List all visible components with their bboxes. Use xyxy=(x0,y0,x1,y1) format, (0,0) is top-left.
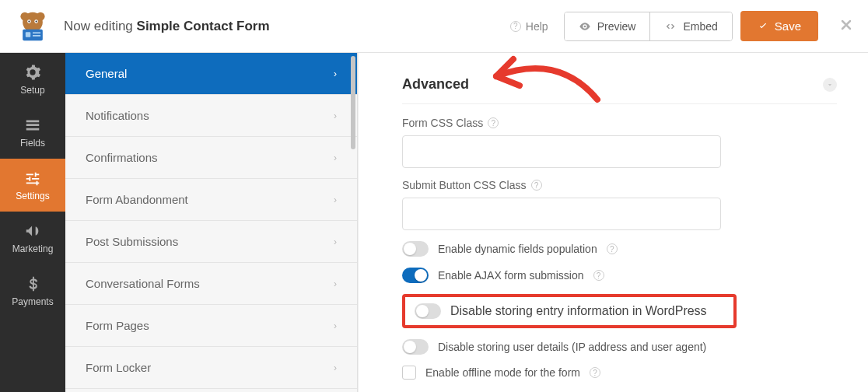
submenu-form-locker[interactable]: Form Locker › xyxy=(65,347,357,389)
top-actions: ? Help Preview Embed Save xyxy=(502,11,854,41)
help-link[interactable]: ? Help xyxy=(502,14,556,39)
nav-setup[interactable]: Setup xyxy=(0,53,65,106)
submenu-general[interactable]: General › xyxy=(65,53,357,95)
bullhorn-icon xyxy=(24,222,41,240)
workspace: Setup Fields Settings Marketing Payments… xyxy=(0,53,868,392)
nav-fields-label: Fields xyxy=(20,138,45,149)
nav-payments[interactable]: Payments xyxy=(0,264,65,317)
chevron-right-icon: › xyxy=(334,152,337,163)
section-header[interactable]: Advanced xyxy=(402,76,837,104)
highlight-disable-storing: Disable storing entry information in Wor… xyxy=(402,294,737,328)
toggle-disable-user[interactable] xyxy=(402,339,429,355)
page-title: Now editing Simple Contact Form xyxy=(64,19,502,34)
submenu-notifications[interactable]: Notifications › xyxy=(65,95,357,137)
chevron-right-icon: › xyxy=(334,194,337,205)
chevron-down-icon xyxy=(826,81,834,89)
chevron-right-icon: › xyxy=(334,236,337,247)
check-icon xyxy=(758,21,768,32)
chevron-right-icon: › xyxy=(334,362,337,373)
gear-icon xyxy=(24,64,41,81)
submenu-confirmations[interactable]: Confirmations › xyxy=(65,137,357,179)
preview-label: Preview xyxy=(597,20,636,33)
section-title: Advanced xyxy=(402,76,469,93)
collapse-icon[interactable] xyxy=(823,78,837,92)
submenu-abandonment[interactable]: Form Abandonment › xyxy=(65,179,357,221)
submenu-scrollbar[interactable] xyxy=(351,56,355,149)
main-panel: Advanced Form CSS Class ? Submit Button … xyxy=(358,53,868,392)
embed-button[interactable]: Embed xyxy=(649,12,731,40)
toggle-disable-user-row: Disable storing user details (IP address… xyxy=(402,339,837,355)
editing-prefix: Now editing xyxy=(64,19,137,33)
help-icon: ? xyxy=(510,21,521,32)
help-icon[interactable]: ? xyxy=(590,367,600,378)
svg-point-5 xyxy=(28,20,30,22)
chevron-right-icon: › xyxy=(334,68,337,79)
nav-settings-label: Settings xyxy=(16,191,49,201)
submenu-conversational[interactable]: Conversational Forms › xyxy=(65,263,357,305)
button-css-label: Submit Button CSS Class xyxy=(402,179,527,191)
settings-submenu: General › Notifications › Confirmations … xyxy=(65,53,358,392)
code-icon xyxy=(664,20,677,33)
submenu-notifications-label: Notifications xyxy=(86,109,149,122)
toggle-ajax[interactable] xyxy=(402,268,429,283)
embed-label: Embed xyxy=(683,20,717,33)
close-button[interactable] xyxy=(838,16,854,37)
form-css-row: Form CSS Class ? xyxy=(402,117,837,168)
nav-setup-label: Setup xyxy=(20,85,44,96)
submenu-post-submissions-label: Post Submissions xyxy=(86,235,178,248)
svg-rect-10 xyxy=(33,35,40,37)
save-label: Save xyxy=(775,19,801,33)
checkbox-offline-row: Enable offline mode for the form ? xyxy=(402,366,837,380)
close-icon xyxy=(838,17,854,33)
nav-fields[interactable]: Fields xyxy=(0,106,65,159)
nav-marketing[interactable]: Marketing xyxy=(0,212,65,264)
nav-settings[interactable]: Settings xyxy=(0,159,65,212)
eye-icon xyxy=(579,20,591,33)
form-css-input[interactable] xyxy=(402,135,721,168)
submenu-form-pages-label: Form Pages xyxy=(86,319,149,332)
submenu-abandonment-label: Form Abandonment xyxy=(86,193,188,206)
preview-button[interactable]: Preview xyxy=(565,12,650,40)
nav-payments-label: Payments xyxy=(12,296,53,307)
svg-point-6 xyxy=(35,20,37,22)
svg-rect-9 xyxy=(33,32,40,33)
submenu-post-submissions[interactable]: Post Submissions › xyxy=(65,221,357,263)
vertical-nav: Setup Fields Settings Marketing Payments xyxy=(0,53,65,392)
sliders-icon xyxy=(24,170,41,187)
submenu-surveys[interactable]: Surveys and Polls › xyxy=(65,389,357,392)
list-icon xyxy=(24,117,41,134)
form-name[interactable]: Simple Contact Form xyxy=(137,19,270,33)
toggle-dynamic-label: Enable dynamic fields population xyxy=(438,243,597,255)
top-bar: Now editing Simple Contact Form ? Help P… xyxy=(0,0,868,53)
svg-rect-8 xyxy=(26,32,30,37)
button-css-input[interactable] xyxy=(402,198,721,230)
submenu-form-locker-label: Form Locker xyxy=(86,361,151,374)
chevron-right-icon: › xyxy=(334,278,337,289)
preview-embed-group: Preview Embed xyxy=(564,12,733,41)
toggle-dynamic-row: Enable dynamic fields population ? xyxy=(402,241,837,257)
chevron-right-icon: › xyxy=(334,320,337,331)
toggle-disable-user-label: Disable storing user details (IP address… xyxy=(438,341,706,353)
help-icon[interactable]: ? xyxy=(488,117,499,128)
button-css-row: Submit Button CSS Class ? xyxy=(402,179,837,230)
toggle-disable-entries-label: Disable storing entry information in Wor… xyxy=(450,304,707,318)
submenu-general-label: General xyxy=(86,67,127,80)
nav-marketing-label: Marketing xyxy=(12,243,54,254)
dollar-icon xyxy=(24,275,41,292)
toggle-ajax-row: Enable AJAX form submission ? xyxy=(402,268,837,283)
help-label: Help xyxy=(526,20,548,33)
help-icon[interactable]: ? xyxy=(607,243,618,254)
submenu-form-pages[interactable]: Form Pages › xyxy=(65,305,357,347)
submenu-confirmations-label: Confirmations xyxy=(86,151,158,164)
checkbox-offline[interactable] xyxy=(402,366,416,380)
save-button[interactable]: Save xyxy=(740,11,818,41)
help-icon[interactable]: ? xyxy=(593,270,604,281)
app-logo xyxy=(14,8,51,45)
toggle-dynamic[interactable] xyxy=(402,241,429,257)
help-icon[interactable]: ? xyxy=(531,180,542,191)
submenu-conversational-label: Conversational Forms xyxy=(86,277,200,290)
toggle-ajax-label: Enable AJAX form submission xyxy=(438,269,584,282)
chevron-right-icon: › xyxy=(334,110,337,121)
svg-point-2 xyxy=(37,12,45,20)
toggle-disable-entries[interactable] xyxy=(415,303,441,319)
